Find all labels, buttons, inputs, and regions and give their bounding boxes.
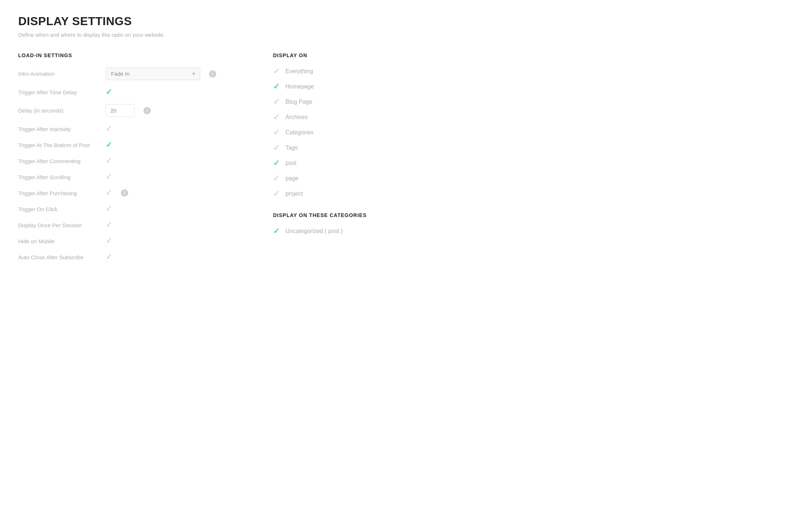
purchasing-check[interactable]: ✓ bbox=[106, 189, 112, 197]
display-on-row-archives: ✓ Archives bbox=[273, 113, 455, 121]
everything-label: Everything bbox=[285, 68, 313, 75]
tags-check[interactable]: ✓ bbox=[273, 144, 280, 152]
archives-label: Archives bbox=[285, 114, 308, 121]
delay-seconds-label: Delay (in seconds) bbox=[18, 107, 98, 114]
setting-row-bottom-post: Trigger At The Bottom of Post ✓ bbox=[18, 141, 244, 149]
display-on-row-blog-page: ✓ Blog Page bbox=[273, 98, 455, 106]
bottom-post-check[interactable]: ✓ bbox=[106, 141, 112, 149]
blog-page-label: Blog Page bbox=[285, 99, 312, 105]
display-on-row-uncategorized: ✓ Uncategorized ( post ) bbox=[273, 227, 455, 235]
post-check[interactable]: ✓ bbox=[273, 159, 280, 167]
once-per-session-label: Display Once Per Session bbox=[18, 222, 98, 228]
display-on-row-post: ✓ post bbox=[273, 159, 455, 167]
scrolling-label: Trigger After Scrolling bbox=[18, 174, 98, 180]
time-delay-label: Trigger After Time Delay bbox=[18, 89, 98, 95]
setting-row-time-delay: Trigger After Time Delay ✓ bbox=[18, 88, 244, 96]
once-per-session-check[interactable]: ✓ bbox=[106, 221, 112, 229]
page-title: DISPLAY SETTINGS bbox=[18, 15, 783, 28]
uncategorized-check[interactable]: ✓ bbox=[273, 227, 280, 235]
project-label: project bbox=[285, 190, 303, 197]
display-on-row-categories: ✓ Categories bbox=[273, 129, 455, 137]
tags-label: Tags bbox=[285, 145, 298, 151]
display-on-row-page: ✓ page bbox=[273, 174, 455, 182]
intro-animation-info-icon[interactable]: i bbox=[209, 70, 216, 78]
display-on-section-title: DISPLAY ON bbox=[273, 52, 455, 58]
page-subtitle: Define when and where to display this op… bbox=[18, 32, 783, 38]
setting-row-delay-seconds: Delay (in seconds) i bbox=[18, 104, 244, 117]
setting-row-purchasing: Trigger After Purchasing ✓ i bbox=[18, 189, 244, 197]
homepage-label: Homepage bbox=[285, 83, 314, 90]
setting-row-hide-mobile: Hide on Mobile ✓ bbox=[18, 237, 244, 245]
setting-row-once-per-session: Display Once Per Session ✓ bbox=[18, 221, 244, 229]
display-on-categories-title: DISPLAY ON THESE CATEGORIES bbox=[273, 212, 455, 218]
inactivity-check[interactable]: ✓ bbox=[106, 125, 112, 133]
categories-check[interactable]: ✓ bbox=[273, 129, 280, 137]
intro-animation-select[interactable]: Fade In Slide In None bbox=[106, 67, 200, 80]
on-click-label: Trigger On Click bbox=[18, 206, 98, 212]
display-on-categories-section: DISPLAY ON THESE CATEGORIES ✓ Uncategori… bbox=[273, 212, 455, 235]
load-in-settings-section: LOAD-IN SETTINGS Intro Animation Fade In… bbox=[18, 52, 244, 269]
archives-check[interactable]: ✓ bbox=[273, 113, 280, 121]
purchasing-label: Trigger After Purchasing bbox=[18, 190, 98, 196]
hide-mobile-check[interactable]: ✓ bbox=[106, 237, 112, 245]
display-on-row-homepage: ✓ Homepage bbox=[273, 83, 455, 91]
load-in-section-title: LOAD-IN SETTINGS bbox=[18, 52, 244, 58]
page-check[interactable]: ✓ bbox=[273, 174, 280, 182]
intro-animation-label: Intro Animation bbox=[18, 71, 98, 77]
display-on-section: DISPLAY ON ✓ Everything ✓ Homepage ✓ Blo… bbox=[273, 52, 455, 269]
post-label: post bbox=[285, 160, 296, 166]
setting-row-auto-close: Auto Close After Subscribe ✓ bbox=[18, 253, 244, 261]
inactivity-label: Trigger After Inactivity bbox=[18, 126, 98, 132]
display-on-row-project: ✓ project bbox=[273, 190, 455, 198]
uncategorized-label: Uncategorized ( post ) bbox=[285, 228, 343, 235]
setting-row-on-click: Trigger On Click ✓ bbox=[18, 205, 244, 213]
auto-close-check[interactable]: ✓ bbox=[106, 253, 112, 261]
everything-check[interactable]: ✓ bbox=[273, 67, 280, 75]
scrolling-check[interactable]: ✓ bbox=[106, 173, 112, 181]
project-check[interactable]: ✓ bbox=[273, 190, 280, 198]
setting-row-scrolling: Trigger After Scrolling ✓ bbox=[18, 173, 244, 181]
categories-label: Categories bbox=[285, 129, 313, 136]
commenting-check[interactable]: ✓ bbox=[106, 157, 112, 165]
time-delay-check[interactable]: ✓ bbox=[106, 88, 112, 96]
hide-mobile-label: Hide on Mobile bbox=[18, 238, 98, 244]
display-on-row-everything: ✓ Everything bbox=[273, 67, 455, 75]
on-click-check[interactable]: ✓ bbox=[106, 205, 112, 213]
commenting-label: Trigger After Commenting bbox=[18, 158, 98, 164]
bottom-post-label: Trigger At The Bottom of Post bbox=[18, 142, 98, 148]
purchasing-info-icon[interactable]: i bbox=[121, 189, 128, 197]
auto-close-label: Auto Close After Subscribe bbox=[18, 254, 98, 260]
homepage-check[interactable]: ✓ bbox=[273, 83, 280, 91]
setting-row-commenting: Trigger After Commenting ✓ bbox=[18, 157, 244, 165]
intro-animation-select-wrap[interactable]: Fade In Slide In None ▼ bbox=[106, 67, 200, 80]
delay-seconds-info-icon[interactable]: i bbox=[143, 107, 151, 114]
setting-row-intro-animation: Intro Animation Fade In Slide In None ▼ … bbox=[18, 67, 244, 80]
setting-row-inactivity: Trigger After Inactivity ✓ bbox=[18, 125, 244, 133]
page-label: page bbox=[285, 175, 299, 182]
blog-page-check[interactable]: ✓ bbox=[273, 98, 280, 106]
display-on-row-tags: ✓ Tags bbox=[273, 144, 455, 152]
delay-seconds-input[interactable] bbox=[106, 104, 135, 117]
